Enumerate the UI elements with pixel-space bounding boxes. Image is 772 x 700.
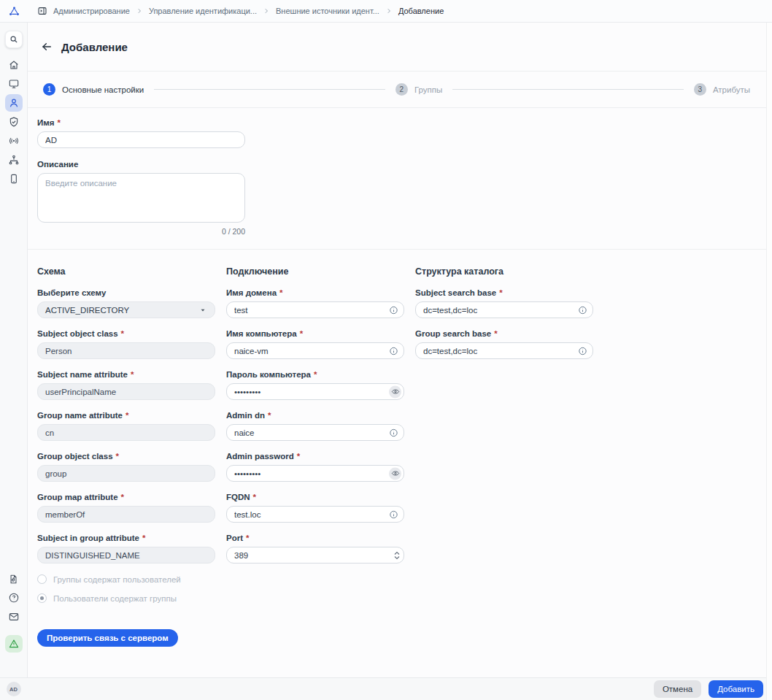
subject-object-class-input: [37, 342, 215, 359]
sidebar-nav: AD: [0, 23, 28, 700]
required-asterisk: *: [499, 288, 502, 297]
radio-groups-contain-users[interactable]: Группы содержат пользователей: [37, 574, 215, 584]
group-search-base-input[interactable]: [415, 342, 593, 359]
sidebar-item-users[interactable]: [5, 94, 23, 112]
name-input[interactable]: [37, 131, 245, 148]
info-icon[interactable]: [389, 346, 398, 355]
sidebar-item-home[interactable]: [5, 56, 23, 74]
form-area: Имя* Описание 0 / 200 Схема: [28, 108, 766, 677]
description-textarea[interactable]: [37, 173, 245, 223]
port-input[interactable]: [226, 547, 404, 564]
sidebar-item-help[interactable]: [5, 589, 23, 607]
wizard-step-groups[interactable]: 2 Группы: [395, 83, 442, 96]
required-asterisk: *: [268, 411, 271, 420]
required-asterisk: *: [300, 329, 303, 338]
required-asterisk: *: [253, 493, 256, 501]
subject-search-base-input[interactable]: [415, 301, 593, 318]
chevron-down-icon: [198, 306, 207, 315]
computer-password-label: Пароль компьютера*: [226, 370, 404, 379]
breadcrumb-item-identity-management[interactable]: Управление идентификаци...: [149, 7, 257, 15]
warning-triangle-icon: [8, 638, 20, 650]
sidebar-footer: AD: [0, 677, 28, 700]
eye-toggle-icon[interactable]: [389, 385, 401, 398]
sidebar-item-documents[interactable]: [5, 570, 23, 588]
subject-object-class-label: Subject object class*: [37, 329, 215, 338]
panel-toggle-icon[interactable]: [37, 6, 47, 16]
domain-name-label: Имя домена*: [226, 288, 404, 297]
info-icon[interactable]: [389, 509, 398, 519]
info-icon[interactable]: [578, 305, 587, 315]
wizard-step-basic-settings[interactable]: 1 Основные настройки: [43, 83, 144, 96]
broadcast-icon: [8, 135, 20, 147]
name-field-label: Имя*: [37, 118, 766, 127]
submit-button[interactable]: Добавить: [709, 680, 763, 698]
sidebar-search-button[interactable]: [5, 31, 23, 48]
breadcrumb-item-external-identity-sources[interactable]: Внешние источники идент...: [276, 7, 379, 15]
sidebar-item-security[interactable]: [5, 113, 23, 131]
app-window: Администрирование Управление идентификац…: [0, 0, 772, 700]
domain-name-input[interactable]: [226, 301, 404, 318]
radio-button-icon: [37, 574, 47, 584]
schema-select-value: ACTIVE_DIRECTORY: [45, 306, 129, 315]
user-icon: [8, 97, 20, 109]
group-object-class-input: [37, 465, 215, 482]
step-connector: [452, 89, 684, 90]
required-asterisk: *: [57, 118, 60, 127]
fqdn-label: FQDN*: [226, 493, 404, 501]
step-number: 2: [395, 83, 408, 96]
scrollbar-track[interactable]: [766, 23, 772, 700]
tablet-icon: [8, 173, 20, 185]
step-number: 3: [694, 83, 706, 96]
user-avatar[interactable]: AD: [7, 682, 21, 696]
breadcrumb-item-add: Добавление: [398, 7, 444, 15]
back-button[interactable]: [41, 41, 53, 53]
sidebar-item-devices[interactable]: [5, 170, 23, 188]
page-header: Добавление: [28, 23, 766, 72]
subject-name-attribute-label: Subject name attribute*: [37, 370, 215, 379]
sidebar-item-mail[interactable]: [5, 608, 23, 626]
document-icon: [8, 574, 19, 585]
required-asterisk: *: [116, 452, 119, 461]
computer-password-input[interactable]: [226, 383, 404, 400]
group-name-attribute-input: [37, 424, 215, 441]
monitor-icon: [8, 78, 20, 90]
sidebar-item-broadcast[interactable]: [5, 132, 23, 150]
required-asterisk: *: [279, 288, 282, 297]
cancel-button[interactable]: Отмена: [654, 680, 701, 698]
info-icon[interactable]: [389, 305, 398, 315]
wizard-step-attributes[interactable]: 3 Атрибуты: [694, 83, 750, 96]
admin-password-label: Admin password*: [226, 452, 404, 461]
required-asterisk: *: [314, 370, 317, 379]
wizard-steps: 1 Основные настройки 2 Группы 3 Атрибуты: [28, 72, 766, 108]
sidebar-item-workstations[interactable]: [5, 75, 23, 93]
breadcrumb-item-administration[interactable]: Администрирование: [53, 7, 130, 15]
number-stepper-icons[interactable]: [393, 551, 401, 560]
step-connector: [154, 89, 385, 90]
schema-select-label: Выберите схему: [37, 288, 215, 297]
schema-select[interactable]: ACTIVE_DIRECTORY: [37, 301, 215, 318]
required-asterisk: *: [121, 493, 124, 501]
search-icon: [9, 34, 19, 45]
admin-dn-input[interactable]: [226, 424, 404, 441]
radio-label: Пользователи содержат группы: [53, 594, 177, 603]
connection-section-title: Подключение: [226, 266, 404, 277]
sitemap-icon: [8, 154, 20, 166]
admin-password-input[interactable]: [226, 465, 404, 482]
connection-column: Подключение Имя домена* Имя ком: [226, 266, 404, 574]
sidebar-item-alerts[interactable]: [5, 635, 23, 653]
step-label: Атрибуты: [713, 85, 750, 94]
group-name-attribute-label: Group name attribute*: [37, 411, 215, 420]
required-asterisk: *: [297, 452, 300, 461]
test-connection-button[interactable]: Проверить связь с сервером: [37, 629, 178, 647]
eye-toggle-icon[interactable]: [389, 467, 401, 480]
breadcrumb: Администрирование Управление идентификац…: [28, 6, 444, 16]
app-logo[interactable]: [0, 5, 28, 18]
radio-users-contain-groups[interactable]: Пользователи содержат группы: [37, 593, 215, 603]
info-icon[interactable]: [389, 428, 398, 437]
info-icon[interactable]: [578, 346, 587, 355]
admin-dn-label: Admin dn*: [226, 411, 404, 420]
computer-name-label: Имя компьютера*: [226, 329, 404, 338]
computer-name-input[interactable]: [226, 342, 404, 359]
fqdn-input[interactable]: [226, 506, 404, 523]
sidebar-item-hierarchy[interactable]: [5, 151, 23, 169]
